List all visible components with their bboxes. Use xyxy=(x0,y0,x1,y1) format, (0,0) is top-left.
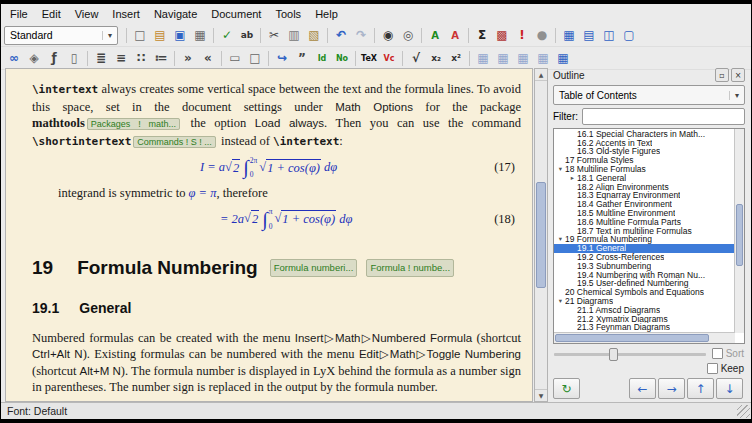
collapse-icon[interactable]: ▾ xyxy=(556,165,565,174)
sort-checkbox[interactable] xyxy=(712,348,723,359)
toc-horizontal-scrollbar[interactable] xyxy=(554,332,735,343)
toc-item[interactable]: 18.2 Align Environments xyxy=(554,183,735,192)
scroll-up-icon[interactable]: ▲ xyxy=(535,69,547,81)
version-control-icon[interactable]: Vc xyxy=(379,49,399,67)
undo-icon[interactable]: ↶ xyxy=(331,26,351,44)
toc-item[interactable]: 18.6 Multline Formula Parts xyxy=(554,218,735,227)
view-source-icon[interactable]: ▤ xyxy=(579,26,599,44)
toc-item[interactable]: 17 Formula Styles xyxy=(554,156,735,165)
index-entry-inset[interactable]: Formula numberi... xyxy=(270,259,358,278)
toc-item[interactable]: ▾21 Diagrams xyxy=(554,297,735,306)
demote-section-button[interactable]: → xyxy=(658,378,685,399)
paste-icon[interactable]: ▧ xyxy=(304,26,324,44)
increase-depth-icon[interactable]: » xyxy=(178,49,198,67)
subscript-icon[interactable]: x₂ xyxy=(426,49,446,67)
toc-hscrollbar-thumb[interactable] xyxy=(555,334,709,342)
new-document-icon[interactable]: □ xyxy=(130,26,150,44)
tex-code-icon[interactable]: TeX xyxy=(359,49,379,67)
labeled-list-icon[interactable]: ∷ xyxy=(131,49,151,67)
document-vertical-scrollbar[interactable]: ▲ ▼ xyxy=(534,68,548,402)
outline-type-selector[interactable]: Table of Contents ▾ xyxy=(553,85,745,105)
update-outline-button[interactable]: ↻ xyxy=(553,378,580,399)
insert-box-icon[interactable]: □ xyxy=(245,49,265,67)
table-delete-row-icon[interactable]: ▦ xyxy=(513,49,533,67)
nomenclature-icon[interactable]: No xyxy=(332,49,352,67)
toc-vertical-scrollbar[interactable] xyxy=(734,129,744,333)
spellcheck-icon[interactable]: ✓ xyxy=(217,26,237,44)
thesaurus-icon[interactable]: ab xyxy=(237,26,257,44)
toc-vscrollbar-thumb[interactable] xyxy=(736,204,743,265)
toc-item[interactable]: 16.3 Old-style Figures xyxy=(554,147,735,156)
toc-item[interactable]: 19.5 User-defined Numbering xyxy=(554,279,735,288)
insert-marginalnote-icon[interactable]: ▯ xyxy=(64,49,84,67)
accept-changes-icon[interactable]: A xyxy=(425,26,445,44)
index-entry-inset[interactable]: Packages ! math... xyxy=(87,118,180,130)
filter-input[interactable] xyxy=(582,108,745,125)
menu-document[interactable]: Document xyxy=(204,6,268,22)
display-formula[interactable]: I = a√2∫2π0√1 + cos(φ) dφ(17) xyxy=(32,154,521,181)
menu-insert[interactable]: Insert xyxy=(105,6,147,22)
depth-slider[interactable] xyxy=(554,347,706,360)
reject-changes-icon[interactable]: A xyxy=(445,26,465,44)
collapse-icon[interactable]: ▾ xyxy=(556,297,565,306)
toc-item[interactable]: 20 Chemical Symbols and Equations xyxy=(554,288,735,297)
menu-file[interactable]: File xyxy=(3,6,35,22)
insert-table-icon[interactable]: ▦ xyxy=(559,26,579,44)
enumerate-list-icon[interactable]: ≣ xyxy=(91,49,111,67)
table-insert-row-icon[interactable]: ▦ xyxy=(473,49,493,67)
scroll-down-icon[interactable]: ▼ xyxy=(535,389,547,401)
toc-item[interactable]: 18.4 Gather Environment xyxy=(554,200,735,209)
math-macro-icon[interactable]: √ xyxy=(406,49,426,67)
toc-item[interactable]: 18.7 Text in multiline Formulas xyxy=(554,227,735,236)
toc-item[interactable]: 19.4 Numbering with Roman Nu... xyxy=(554,271,735,280)
superscript-icon[interactable]: x² xyxy=(446,49,466,67)
print-icon[interactable]: ▦ xyxy=(190,26,210,44)
move-section-down-button[interactable]: ↓ xyxy=(716,378,743,399)
decrease-depth-icon[interactable]: « xyxy=(198,49,218,67)
promote-section-button[interactable]: ← xyxy=(629,378,656,399)
resize-grip[interactable] xyxy=(737,405,750,418)
description-list-icon[interactable]: ≔ xyxy=(151,49,171,67)
toc-item[interactable]: 21.1 Amscd Diagrams xyxy=(554,306,735,315)
toc-item[interactable]: 16.2 Accents in Text xyxy=(554,139,735,148)
menu-edit[interactable]: Edit xyxy=(35,6,68,22)
toc-item[interactable]: ▸18.1 General xyxy=(554,174,735,183)
find-replace-icon[interactable]: ◉ xyxy=(378,26,398,44)
split-view-icon[interactable]: ◫ xyxy=(599,26,619,44)
paragraph-style-selector[interactable]: Standard ▾ xyxy=(4,26,118,45)
open-document-icon[interactable]: ▤ xyxy=(150,26,170,44)
toc-item[interactable]: 18.5 Multline Environment xyxy=(554,209,735,218)
insert-label-icon[interactable]: ◈ xyxy=(24,49,44,67)
index-entry-inset[interactable]: Formula ! numbe... xyxy=(366,259,454,278)
float-panel-button[interactable]: ▫ xyxy=(715,68,729,82)
menu-help[interactable]: Help xyxy=(308,6,345,22)
insert-hyperlink-icon[interactable]: ∞ xyxy=(4,49,24,67)
search-forward-icon[interactable]: ◎ xyxy=(398,26,418,44)
toc-item[interactable]: ▾18 Multiline Formulas xyxy=(554,165,735,174)
move-section-up-button[interactable]: ↑ xyxy=(687,378,714,399)
index-entry-inset[interactable]: Commands ! S ! ... xyxy=(133,136,216,148)
document-scrollbar-thumb[interactable] xyxy=(536,182,546,288)
table-delete-col-icon[interactable]: ▦ xyxy=(533,49,553,67)
toc-item[interactable]: ▾19 Formula Numbering xyxy=(554,235,735,244)
keep-checkbox[interactable] xyxy=(707,363,718,374)
fullscreen-icon[interactable]: ▢ xyxy=(619,26,639,44)
record-macro-icon[interactable]: ● xyxy=(532,26,552,44)
toc-item[interactable]: 19.3 Subnumbering xyxy=(554,262,735,271)
toc-item[interactable]: 19.1 General xyxy=(554,244,735,253)
toc-item[interactable]: 18.3 Eqnarray Environment xyxy=(554,191,735,200)
display-formula[interactable]: = 2a√2∫π0√1 + cos(φ) dφ(18) xyxy=(32,206,521,233)
toc-item[interactable]: 21.2 Xymatrix Diagrams xyxy=(554,315,735,324)
expand-icon[interactable]: ▸ xyxy=(568,174,577,183)
cut-icon[interactable]: ✂ xyxy=(264,26,284,44)
close-panel-button[interactable]: × xyxy=(731,68,745,82)
toc-item[interactable]: 16.1 Special Characters in Math... xyxy=(554,130,735,139)
cross-reference-icon[interactable]: ↪ xyxy=(272,49,292,67)
table-settings-icon[interactable]: ▦ xyxy=(553,49,573,67)
index-entry-icon[interactable]: Id xyxy=(312,49,332,67)
table-insert-col-icon[interactable]: ▦ xyxy=(493,49,513,67)
menu-navigate[interactable]: Navigate xyxy=(147,6,204,22)
collapse-icon[interactable]: ▾ xyxy=(556,235,565,244)
insert-note-icon[interactable]: ! xyxy=(512,26,532,44)
citation-icon[interactable]: ” xyxy=(292,49,312,67)
